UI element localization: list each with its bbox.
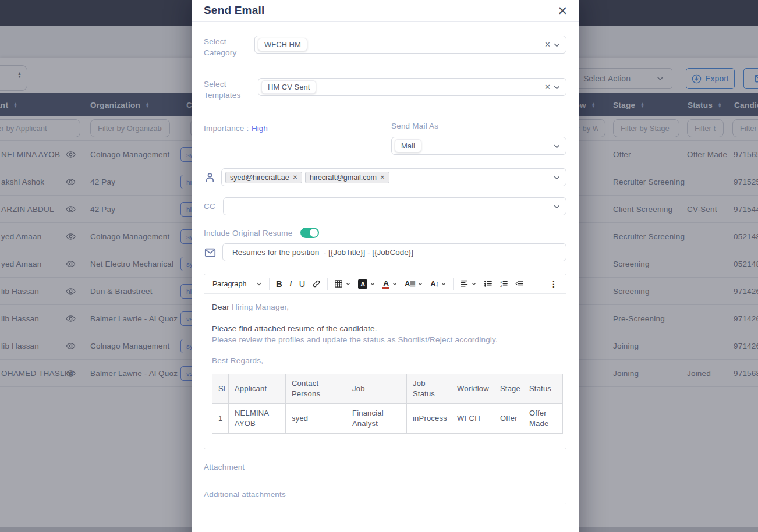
body-line-1: Please find attached resume of the candi…	[212, 323, 558, 334]
importance-label: Importance :	[204, 124, 249, 133]
bold-button[interactable]: B	[272, 276, 286, 292]
underline-button[interactable]: U	[296, 276, 309, 292]
summary-col-header: Stage	[494, 374, 523, 404]
subject-row	[204, 243, 566, 261]
remove-recipient-icon[interactable]: ✕	[293, 174, 297, 180]
numbered-list-button[interactable]: 12	[496, 276, 512, 292]
templates-row: Select Templates HM CV Sent ✕	[204, 78, 566, 101]
templates-value-chip: HM CV Sent	[261, 80, 316, 94]
cc-select[interactable]	[223, 197, 566, 215]
toolbar-separator	[327, 278, 328, 290]
summary-cell: NELMINA AYOB	[229, 404, 286, 434]
bulleted-list-button[interactable]	[480, 276, 496, 292]
send-mail-as-label: Send Mail As	[391, 122, 566, 130]
greeting-prefix: Dear	[212, 303, 232, 311]
chevron-down-icon	[345, 281, 351, 287]
body-closing: Best Regards,	[212, 355, 558, 366]
paragraph-format-dropdown[interactable]: Paragraph	[209, 276, 266, 292]
body-line-2: Please review the profiles and update th…	[212, 334, 558, 345]
svg-text:2: 2	[501, 284, 502, 288]
chevron-down-icon	[392, 281, 398, 287]
summary-col-header: Sl	[212, 374, 229, 404]
templates-select[interactable]: HM CV Sent ✕	[258, 78, 566, 96]
subject-input[interactable]	[222, 243, 566, 261]
summary-col-header: Applicant	[229, 374, 286, 404]
send-mail-as-select[interactable]: Mail	[391, 137, 566, 155]
summary-cell: Offer	[494, 404, 523, 434]
importance-value[interactable]: High	[252, 124, 268, 133]
chevron-down-icon	[552, 83, 561, 92]
summary-cell: Financial Analyst	[346, 404, 407, 434]
chevron-down-icon	[256, 281, 263, 288]
summary-row: 1NELMINA AYOBsyedFinancial AnalystinProc…	[212, 404, 563, 434]
attachment-label: Attachment	[204, 463, 566, 471]
summary-col-header: Contact Persons	[286, 374, 346, 404]
summary-cell: Offer Made	[523, 404, 563, 434]
to-chips: syed@hirecraft.ae✕hirecraft@gmail.com✕	[225, 172, 392, 183]
chevron-down-icon	[441, 281, 447, 287]
chevron-down-icon	[471, 281, 477, 287]
envelope-icon	[204, 246, 217, 259]
clear-icon[interactable]: ✕	[544, 83, 551, 91]
summary-col-header: Workflow	[451, 374, 494, 404]
summary-cell: inProcess	[407, 404, 451, 434]
decrease-indent-button[interactable]	[512, 276, 527, 292]
clear-icon[interactable]: ✕	[544, 40, 551, 49]
send-mail-as-value-chip: Mail	[395, 139, 421, 152]
alignment-button[interactable]	[456, 276, 480, 292]
chevron-down-icon	[552, 142, 561, 151]
summary-cell: WFCH	[451, 404, 494, 434]
link-button[interactable]	[309, 276, 324, 292]
recipient-chip[interactable]: syed@hirecraft.ae✕	[225, 172, 302, 183]
toolbar-separator	[269, 278, 270, 290]
category-label: Select Category	[204, 36, 254, 58]
italic-button[interactable]: I	[286, 276, 296, 292]
summary-col-header: Job Status	[407, 374, 451, 404]
candidate-summary-table: SlApplicantContact PersonsJobJob StatusW…	[212, 374, 563, 434]
category-value-chip: WFCH HM	[258, 38, 307, 51]
editor-toolbar: Paragraph B I U A	[204, 274, 566, 294]
chevron-down-icon	[370, 281, 376, 287]
cc-row: CC	[204, 197, 566, 215]
recipient-email: syed@hirecraft.ae	[230, 173, 289, 182]
screen: ▲▼ Select Action Export Applicant ▲▼ Org…	[0, 0, 758, 532]
to-row: syed@hirecraft.ae✕hirecraft@gmail.com✕	[204, 168, 566, 186]
insert-table-button[interactable]	[331, 276, 355, 292]
summary-col-header: Status	[523, 374, 563, 404]
font-family-button[interactable]: A≣	[401, 276, 427, 292]
upload-dropzone[interactable]: Upload or drop files	[204, 503, 566, 532]
category-select[interactable]: WFCH HM ✕	[254, 36, 566, 54]
to-select[interactable]: syed@hirecraft.ae✕hirecraft@gmail.com✕	[221, 168, 566, 186]
rich-text-editor: Paragraph B I U A	[204, 274, 566, 449]
chevron-down-icon	[552, 203, 561, 211]
summary-col-header: Job	[346, 374, 407, 404]
modal-title: Send Email	[204, 4, 264, 17]
include-resume-toggle[interactable]	[300, 228, 319, 238]
chevron-down-icon	[417, 281, 423, 287]
toolbar-separator	[453, 278, 454, 290]
greeting-name: Hiring Manager,	[232, 303, 289, 311]
send-email-modal: Send Email ✕ Select Category WFCH HM ✕	[192, 0, 579, 532]
templates-label: Select Templates	[204, 78, 254, 101]
chevron-down-icon	[552, 173, 561, 182]
more-options-button[interactable]: ⋮	[546, 276, 561, 292]
category-row: Select Category WFCH HM ✕	[204, 36, 566, 58]
include-resume-label: Include Original Resume	[204, 229, 292, 237]
recipient-chip[interactable]: hirecraft@gmail.com✕	[305, 172, 389, 183]
font-color-button[interactable]: A	[379, 276, 401, 292]
summary-cell: syed	[286, 404, 346, 434]
importance-sendas-row: Importance : High Send Mail As Mail	[204, 122, 566, 155]
remove-recipient-icon[interactable]: ✕	[380, 174, 385, 180]
font-size-button[interactable]: A↕	[427, 276, 450, 292]
chevron-down-icon	[552, 41, 561, 49]
email-body[interactable]: Dear Hiring Manager, Please find attache…	[204, 294, 566, 449]
summary-cell: 1	[212, 404, 229, 434]
close-icon[interactable]: ✕	[557, 5, 568, 17]
include-resume-row: Include Original Resume	[204, 228, 566, 238]
recipient-email: hirecraft@gmail.com	[310, 173, 377, 182]
svg-text:1: 1	[501, 280, 502, 283]
additional-attachments-label: Additional attachments	[204, 490, 566, 499]
cc-label: CC	[204, 202, 215, 211]
font-background-color-button[interactable]: A	[355, 276, 379, 292]
person-icon	[204, 171, 216, 183]
